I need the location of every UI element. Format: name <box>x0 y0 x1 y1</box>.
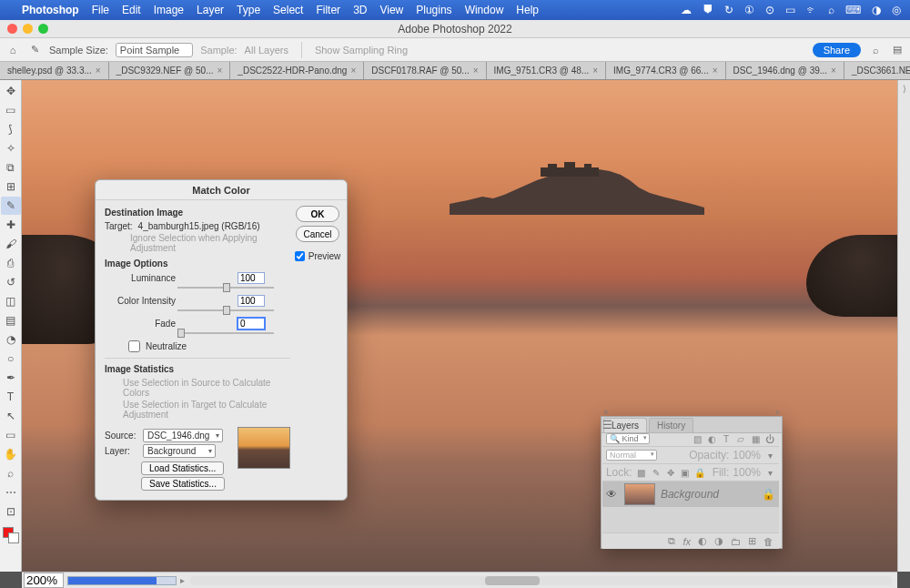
close-icon[interactable]: × <box>350 66 356 76</box>
sample-size-select[interactable]: Point Sample <box>116 43 193 57</box>
visibility-icon[interactable]: 👁 <box>606 488 619 501</box>
stamp-tool[interactable]: ⎙ <box>1 254 21 272</box>
eraser-tool[interactable]: ◫ <box>1 292 21 310</box>
lock-paint-icon[interactable]: ✎ <box>651 467 662 478</box>
menu-plugins[interactable]: Plugins <box>416 4 451 16</box>
dodge-tool[interactable]: ○ <box>1 350 21 368</box>
tab-1[interactable]: _DSC9329.NEF @ 50...× <box>109 62 231 79</box>
lasso-tool[interactable]: ⟆ <box>1 120 21 138</box>
status-shield-icon[interactable]: ⛊ <box>703 4 713 16</box>
link-layers-icon[interactable]: ⧉ <box>668 535 675 547</box>
eyedropper-tool-icon[interactable]: ✎ <box>27 43 42 57</box>
neutralize-checkbox[interactable] <box>128 340 140 352</box>
close-icon[interactable]: × <box>96 66 101 76</box>
menu-help[interactable]: Help <box>516 4 539 16</box>
tab-5[interactable]: IMG_9774.CR3 @ 66...× <box>606 62 726 79</box>
edit-toolbar[interactable]: ⊡ <box>1 502 21 521</box>
fade-input[interactable] <box>238 318 265 329</box>
menu-select[interactable]: Select <box>273 4 303 16</box>
horizontal-scrollbar[interactable] <box>190 576 892 585</box>
home-icon[interactable]: ⌂ <box>5 43 20 57</box>
fill-value[interactable]: 100% <box>733 466 761 479</box>
tool-more[interactable]: ⋯ <box>1 483 21 502</box>
tab-3[interactable]: DSCF0178.RAF @ 50...× <box>364 62 486 79</box>
menu-type[interactable]: Type <box>237 4 260 16</box>
pen-tool[interactable]: ✒ <box>1 369 21 387</box>
path-tool[interactable]: ↖ <box>1 407 21 425</box>
chevron-down-icon[interactable]: ▾ <box>764 467 775 478</box>
brush-tool[interactable]: 🖌 <box>1 235 21 253</box>
status-cloud-icon[interactable]: ☁ <box>681 4 692 16</box>
opacity-value[interactable]: 100% <box>733 449 761 461</box>
filter-adjust-icon[interactable]: ◐ <box>706 433 717 444</box>
filter-toggle-icon[interactable]: ⏻ <box>764 433 775 444</box>
shape-tool[interactable]: ▭ <box>1 426 21 444</box>
close-icon[interactable]: × <box>592 66 598 76</box>
zoom-tool[interactable]: ⌕ <box>1 464 21 482</box>
layer-mask-icon[interactable]: ◐ <box>698 535 707 547</box>
menu-edit[interactable]: Edit <box>122 4 141 16</box>
history-brush-tool[interactable]: ↺ <box>1 273 21 291</box>
chevron-down-icon[interactable]: ▾ <box>764 450 775 461</box>
chevron-right-icon[interactable]: ▸ <box>180 575 185 585</box>
intensity-input[interactable] <box>238 295 265 307</box>
lock-transparency-icon[interactable]: ▩ <box>636 467 647 478</box>
status-clock-icon[interactable]: ① <box>744 4 754 16</box>
luminance-slider[interactable] <box>177 284 274 291</box>
tab-7[interactable]: _DSC3661.NEF @ 39...× <box>844 62 910 79</box>
share-button[interactable]: Share <box>813 43 861 57</box>
filter-shape-icon[interactable]: ▱ <box>735 433 746 444</box>
eyedropper-tool[interactable]: ✎ <box>1 197 21 215</box>
lock-all-icon[interactable]: 🔒 <box>694 467 705 478</box>
status-control-icon[interactable]: ⌨ <box>845 4 861 16</box>
new-group-icon[interactable]: 🗀 <box>731 536 741 547</box>
preview-checkbox[interactable] <box>295 251 305 261</box>
menu-file[interactable]: File <box>92 4 109 16</box>
wand-tool[interactable]: ✧ <box>1 139 21 157</box>
filter-pixel-icon[interactable]: ▧ <box>692 433 703 444</box>
save-statistics-button[interactable]: Save Statistics... <box>141 477 225 491</box>
panel-close-icon[interactable]: × <box>603 408 608 417</box>
status-siri-icon[interactable]: ◎ <box>892 4 901 16</box>
healing-tool[interactable]: ✚ <box>1 216 21 234</box>
fade-slider[interactable] <box>177 329 274 337</box>
tab-0[interactable]: shelley.psd @ 33.3...× <box>0 62 109 79</box>
blur-tool[interactable]: ◔ <box>1 330 21 349</box>
luminance-input[interactable] <box>238 272 265 284</box>
menu-image[interactable]: Image <box>154 4 184 16</box>
layer-row[interactable]: 👁 Background 🔒 <box>602 482 779 507</box>
panel-menu-icon[interactable]: ☰ 🔍 Kind ▧ ◐ T ▱ ▦ ⏻ Normal Opacity: 100… <box>602 419 779 549</box>
close-icon[interactable]: × <box>831 66 836 76</box>
ok-button[interactable]: OK <box>296 206 339 222</box>
layer-select[interactable]: Background <box>143 444 216 458</box>
tab-4[interactable]: IMG_9751.CR3 @ 48...× <box>487 62 607 79</box>
move-tool[interactable]: ✥ <box>1 82 21 100</box>
filter-smart-icon[interactable]: ▦ <box>750 433 761 444</box>
menu-layer[interactable]: Layer <box>197 4 224 16</box>
tab-2[interactable]: _DSC2522-HDR-Pano.dng× <box>230 62 364 79</box>
right-dock-collapsed[interactable]: ⟩ <box>897 80 910 572</box>
blend-mode-select[interactable]: Normal <box>606 450 657 461</box>
zoom-field[interactable] <box>24 573 64 588</box>
status-sync-icon[interactable]: ↻ <box>724 4 733 16</box>
hand-tool[interactable]: ✋ <box>1 445 21 463</box>
panel-collapse-icon[interactable]: « <box>775 408 780 417</box>
app-name[interactable]: Photoshop <box>22 4 79 16</box>
status-clock2-icon[interactable]: ⊙ <box>765 4 774 16</box>
marquee-tool[interactable]: ▭ <box>1 101 21 119</box>
layer-name[interactable]: Background <box>661 488 756 501</box>
menu-window[interactable]: Window <box>465 4 504 16</box>
menu-view[interactable]: View <box>379 4 403 16</box>
search-icon[interactable]: ⌕ <box>868 43 883 57</box>
delete-layer-icon[interactable]: 🗑 <box>763 536 774 547</box>
tab-6[interactable]: DSC_1946.dng @ 39...× <box>726 62 844 79</box>
cancel-button[interactable]: Cancel <box>296 226 339 242</box>
frame-tool[interactable]: ⊞ <box>1 177 21 196</box>
filter-type-icon[interactable]: T <box>721 433 732 444</box>
layer-kind-filter[interactable]: 🔍 Kind <box>606 433 651 444</box>
menu-3d[interactable]: 3D <box>353 4 367 16</box>
source-select[interactable]: DSC_1946.dng <box>143 429 223 442</box>
layer-thumbnail[interactable] <box>624 483 655 505</box>
menu-filter[interactable]: Filter <box>316 4 340 16</box>
color-swatches[interactable] <box>3 527 19 543</box>
